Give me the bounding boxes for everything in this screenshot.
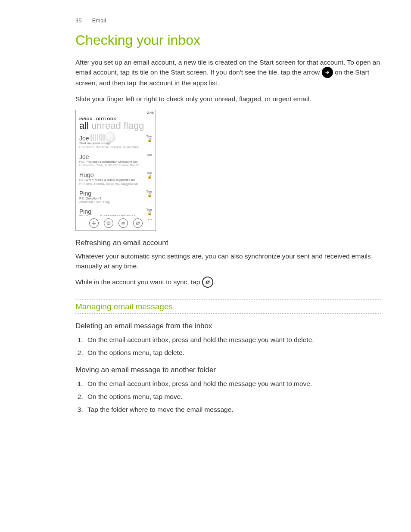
intro-paragraph: After you set up an email account, a new… — [75, 58, 381, 88]
swipe-indicator — [90, 133, 115, 142]
refreshing-heading: Refreshing an email account — [75, 239, 381, 247]
refreshing-tap: While in the account you want to sync, t… — [75, 277, 381, 288]
section-name: Email — [92, 17, 106, 24]
page-number: 35 — [75, 17, 90, 24]
step-item: On the options menu, tap delete. — [85, 348, 381, 358]
message-preview: Hi Reuven, We have a couple of question — [79, 146, 152, 149]
page-header: 35 Email — [75, 17, 381, 24]
deleting-steps: On the email account inbox, press and ho… — [85, 335, 381, 358]
step-item: On the email account inbox, press and ho… — [85, 379, 381, 389]
inbox-screenshot: 2:46 INBOX - OUTLOOK all unread flagg Jo… — [75, 110, 156, 231]
message-from: Ping — [79, 208, 152, 215]
managing-heading: Managing email messages — [75, 299, 381, 314]
message-meta: Tue🔒⋯ — [146, 208, 153, 216]
more-indicator: ⋯ — [146, 179, 153, 182]
sync-icon[interactable] — [133, 218, 143, 228]
pivot-rest[interactable]: unread flagg — [89, 120, 144, 131]
attachment-icon: 🔒 — [146, 193, 153, 197]
folders-icon[interactable] — [118, 218, 128, 228]
message-from: Hugo — [79, 171, 152, 178]
message-meta: Tue — [146, 153, 153, 157]
deleting-heading: Deleting an email message from the inbox — [75, 322, 381, 330]
message-day: Tue — [146, 153, 153, 157]
message-list[interactable]: JoeStart range/end rangeHi Reuven, We ha… — [76, 132, 156, 216]
message-item[interactable]: JoeStart range/end rangeHi Reuven, We ha… — [79, 132, 152, 151]
new-mail-icon[interactable] — [89, 218, 99, 228]
moving-steps: On the email account inbox, press and ho… — [85, 379, 381, 415]
attachment-icon: 🔒 — [146, 138, 153, 142]
menu-term: move — [164, 393, 181, 400]
step-item: Tap the folder where to move the email m… — [85, 404, 381, 415]
message-item[interactable]: HugoRE: WM7: Video & Audio supported for… — [79, 169, 152, 187]
sync-inline-icon — [202, 277, 213, 288]
slide-instruction: Slide your finger left or right to check… — [75, 94, 381, 104]
refreshing-body: Whatever your automatic sync settings ar… — [75, 252, 381, 271]
page-title: Checking your inbox — [75, 32, 381, 48]
message-preview: Attached! From: Ping — [79, 200, 152, 204]
status-bar-clock: 2:46 — [76, 110, 156, 115]
tap-text-post: . — [213, 278, 215, 286]
document-page: 35 Email Checking your inbox After you s… — [0, 0, 411, 532]
step-item: On the options menu, tap move. — [85, 392, 381, 402]
more-icon[interactable]: ⋯ — [148, 217, 153, 223]
svg-rect-0 — [107, 222, 110, 224]
message-item[interactable]: PingRE: Question-3Attached! From: PingTu… — [79, 187, 152, 206]
arrow-right-icon — [322, 67, 333, 78]
message-meta: Tue🔒⋯ — [146, 171, 153, 182]
select-icon[interactable] — [104, 218, 113, 228]
inbox-header: INBOX - OUTLOOK all unread flagg — [76, 115, 156, 132]
step-item: On the email account inbox, press and ho… — [85, 335, 381, 345]
message-meta: Tue🔒 — [146, 135, 153, 142]
swipe-knob-icon — [106, 133, 115, 142]
message-meta: Tue🔒 — [146, 190, 153, 197]
pivot-all[interactable]: all — [79, 120, 89, 131]
message-item[interactable]: PingFW: Question-2 HTC10200 HTC BH MATue… — [79, 205, 152, 216]
pivot-tabs[interactable]: all unread flagg — [79, 120, 152, 131]
message-from: Joe — [79, 153, 152, 160]
message-preview: Hi Reuven, Sure, that's OK to keep the 3… — [79, 164, 152, 167]
message-item[interactable]: JoeRE: Proposed Localization Milestone S… — [79, 151, 152, 169]
message-from: Ping — [79, 190, 152, 197]
moving-heading: Moving an email message to another folde… — [75, 366, 381, 374]
message-preview: Hi Nomo, Thanks. So do you suggest we — [79, 182, 152, 186]
menu-term: delete — [164, 349, 182, 356]
app-bar: ⋯ — [76, 216, 156, 230]
tap-text-pre: While in the account you want to sync, t… — [75, 278, 202, 286]
